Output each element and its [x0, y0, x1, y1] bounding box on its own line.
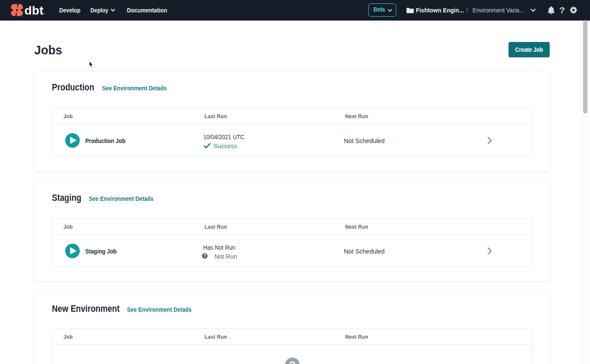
- svg-text:?: ?: [560, 5, 565, 15]
- svg-text:?: ?: [203, 253, 206, 258]
- svg-text:?: ?: [289, 359, 296, 364]
